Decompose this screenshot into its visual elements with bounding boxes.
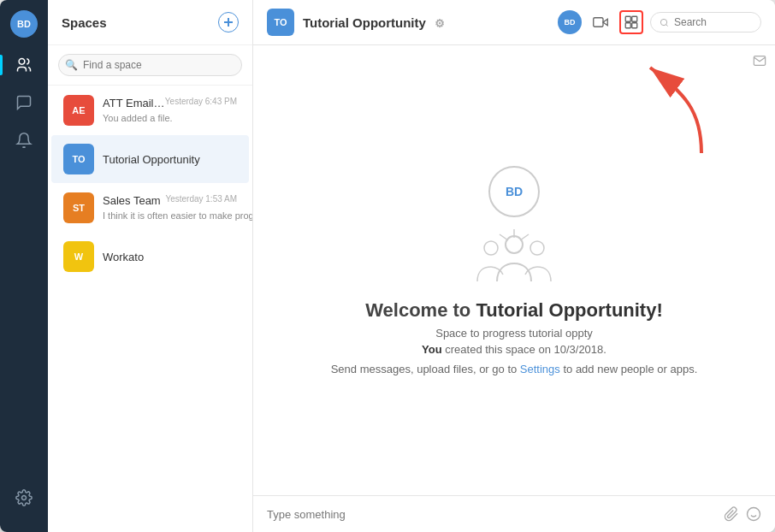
sidebar-search-input[interactable] xyxy=(58,54,242,76)
main-space-name: Tutorial Opportunity ⚙ xyxy=(303,15,549,30)
video-call-button[interactable] xyxy=(589,10,612,34)
svg-line-17 xyxy=(500,234,508,240)
welcome-subtitle: Space to progress tutorial oppty xyxy=(435,327,593,340)
space-item-workato[interactable]: W Workato xyxy=(51,233,249,281)
emoji-icon[interactable] xyxy=(746,506,761,522)
nav-user-avatar[interactable]: BD xyxy=(10,10,38,38)
welcome-desc: Send messages, upload files, or go to Se… xyxy=(331,363,698,375)
spaces-sidebar: Spaces 🔍 AE ATT Email no longe... Yester… xyxy=(48,0,253,532)
message-input-bar xyxy=(253,495,775,532)
welcome-meta: You created this space on 10/3/2018. xyxy=(422,343,606,356)
svg-point-0 xyxy=(19,59,25,65)
spaces-title: Spaces xyxy=(62,15,107,30)
space-name-att: ATT Email no longe... xyxy=(103,97,165,109)
space-item-tutorial[interactable]: TO Tutorial Opportunity xyxy=(51,135,249,183)
space-time-sales: Yesterday 1:53 AM xyxy=(165,194,237,204)
nav-item-bell[interactable] xyxy=(7,123,41,157)
space-preview-sales: I think it is often easier to make progr… xyxy=(103,210,252,221)
header-user-avatar: BD xyxy=(558,10,582,34)
attach-file-icon[interactable] xyxy=(724,506,739,522)
svg-rect-7 xyxy=(632,16,637,21)
svg-line-18 xyxy=(520,234,529,240)
svg-line-11 xyxy=(666,24,668,26)
main-search-icon xyxy=(660,17,669,28)
main-search-box xyxy=(650,12,761,33)
space-preview-att: You added a file. xyxy=(103,113,173,123)
space-item-sales[interactable]: ST Sales Team Yesterday 1:53 AM I think … xyxy=(51,184,249,232)
svg-point-14 xyxy=(484,241,498,255)
members-panel-button[interactable] xyxy=(619,10,643,34)
sidebar-search-icon: 🔍 xyxy=(65,59,78,71)
svg-point-13 xyxy=(506,236,523,253)
welcome-people-icon xyxy=(476,226,553,286)
svg-rect-9 xyxy=(632,23,637,28)
spaces-search-container: 🔍 xyxy=(48,45,252,86)
welcome-title: Welcome to Tutorial Opportunity! xyxy=(365,299,663,322)
message-input[interactable] xyxy=(267,508,724,521)
svg-point-19 xyxy=(748,508,760,521)
space-avatar-sales: ST xyxy=(63,192,94,223)
spaces-header: Spaces xyxy=(48,0,252,45)
nav-bar: BD xyxy=(0,0,48,532)
svg-marker-4 xyxy=(603,19,607,26)
svg-point-10 xyxy=(660,19,666,25)
space-item-att-email[interactable]: AE ATT Email no longe... Yesterday 6:43 … xyxy=(51,86,249,134)
space-avatar-tutorial: TO xyxy=(63,144,94,174)
header-actions: BD xyxy=(558,10,761,34)
nav-item-people[interactable] xyxy=(7,48,41,82)
settings-link[interactable]: Settings xyxy=(520,363,560,375)
main-header: TO Tutorial Opportunity ⚙ BD xyxy=(253,0,775,45)
mail-icon[interactable] xyxy=(753,54,766,71)
nav-item-settings[interactable] xyxy=(7,481,41,515)
svg-rect-8 xyxy=(625,23,630,28)
space-time-att: Yesterday 6:43 PM xyxy=(165,97,237,106)
space-avatar-att: AE xyxy=(63,95,94,126)
space-name-tutorial: Tutorial Opportunity xyxy=(103,153,200,166)
svg-rect-5 xyxy=(594,18,603,27)
space-settings-gear-icon[interactable]: ⚙ xyxy=(435,17,445,30)
main-space-avatar: TO xyxy=(267,9,294,36)
svg-point-15 xyxy=(530,241,544,255)
welcome-user-avatar: BD xyxy=(488,166,540,217)
space-list: AE ATT Email no longe... Yesterday 6:43 … xyxy=(48,86,252,532)
space-avatar-workato: W xyxy=(63,241,94,272)
annotation-arrow xyxy=(624,59,727,165)
space-name-workato: Workato xyxy=(103,251,144,263)
space-name-sales: Sales Team xyxy=(103,194,161,207)
svg-point-1 xyxy=(22,496,27,500)
main-content: TO Tutorial Opportunity ⚙ BD xyxy=(253,0,775,532)
main-search-input[interactable] xyxy=(674,16,752,28)
svg-rect-6 xyxy=(625,16,630,21)
welcome-area: BD xyxy=(253,45,775,495)
add-space-button[interactable] xyxy=(218,12,239,33)
nav-item-chat[interactable] xyxy=(7,86,41,120)
welcome-icon-group: BD xyxy=(476,166,553,286)
input-actions xyxy=(724,506,761,522)
